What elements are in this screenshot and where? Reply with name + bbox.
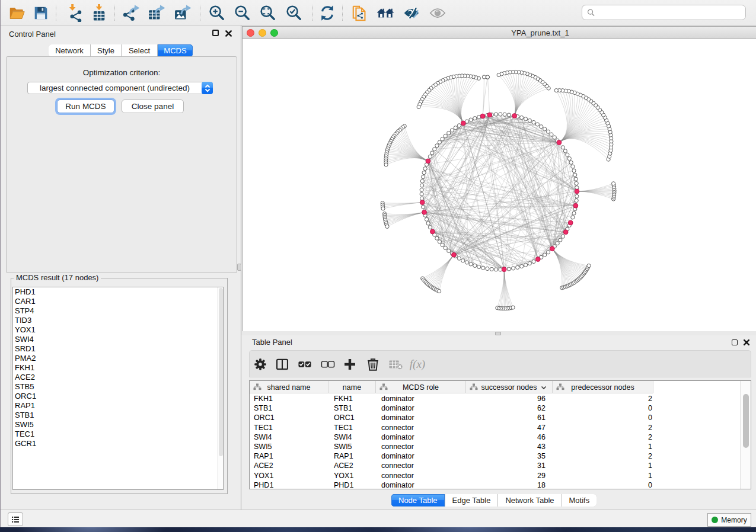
mcds-result-item[interactable]: SWI5 bbox=[13, 420, 223, 430]
mcds-result-item[interactable]: TID3 bbox=[13, 316, 223, 325]
save-session-button[interactable] bbox=[30, 2, 52, 24]
control-panel-float-icon[interactable] bbox=[212, 30, 219, 36]
table-row[interactable]: STB1STB1dominator620 bbox=[250, 403, 743, 413]
tab-mcds[interactable]: MCDS bbox=[158, 44, 193, 57]
memory-button[interactable]: Memory bbox=[707, 513, 751, 527]
network-window-titlebar[interactable]: YPA_prune.txt_1 bbox=[243, 27, 756, 39]
mcds-result-item[interactable]: GCR1 bbox=[13, 439, 223, 448]
export-image-button[interactable] bbox=[171, 2, 193, 24]
criterion-select[interactable]: largest connected component (undirected) bbox=[27, 82, 213, 94]
import-table-button[interactable] bbox=[88, 2, 110, 24]
column-label: name bbox=[343, 383, 361, 392]
search-box[interactable] bbox=[582, 5, 746, 20]
open-file-button[interactable] bbox=[5, 2, 28, 24]
mcds-result-item[interactable]: ACE2 bbox=[13, 373, 223, 382]
first-neighbors-button[interactable] bbox=[374, 2, 397, 24]
mcds-result-item[interactable]: RAP1 bbox=[13, 401, 223, 411]
panel-selector-button[interactable] bbox=[8, 512, 23, 526]
cell: FKH1 bbox=[334, 394, 353, 403]
delete-table-button bbox=[386, 355, 405, 374]
cell: 0 bbox=[560, 403, 652, 413]
table-panel-float-icon[interactable] bbox=[732, 339, 738, 345]
mcds-result-item[interactable]: PMA2 bbox=[13, 354, 223, 363]
mcds-result-item[interactable]: STB5 bbox=[13, 382, 223, 392]
mcds-result-item[interactable]: STP4 bbox=[13, 306, 223, 316]
table-row[interactable]: YOX1YOX1connector291 bbox=[250, 471, 743, 480]
mcds-result-item[interactable]: FKH1 bbox=[13, 363, 223, 373]
cell: connector bbox=[381, 471, 414, 480]
network-graph[interactable] bbox=[243, 39, 756, 331]
mcds-result-item[interactable]: TEC1 bbox=[13, 430, 223, 439]
column-header-successor-nodes[interactable]: successor nodes bbox=[466, 381, 553, 393]
column-header-predecessor-nodes[interactable]: predecessor nodes bbox=[553, 381, 653, 393]
cell: dominator bbox=[381, 413, 414, 422]
zoom-fit-icon bbox=[259, 4, 276, 22]
tab-network-table[interactable]: Network Table bbox=[498, 494, 562, 507]
cell: PHD1 bbox=[334, 480, 353, 490]
zoom-fit-button[interactable] bbox=[256, 2, 279, 24]
column-settings-button[interactable] bbox=[251, 355, 270, 374]
zoom-out-button[interactable] bbox=[231, 2, 253, 24]
import-table-icon bbox=[90, 4, 108, 22]
mcds-result-item[interactable]: SRD1 bbox=[13, 344, 223, 354]
eye-slash-icon bbox=[402, 4, 420, 22]
mcds-list-scrollbar[interactable] bbox=[218, 287, 223, 489]
select-all-button[interactable] bbox=[295, 355, 314, 374]
close-panel-button[interactable]: Close panel bbox=[122, 100, 184, 113]
search-input[interactable] bbox=[598, 8, 745, 17]
tab-select[interactable]: Select bbox=[122, 44, 158, 57]
show-all-button[interactable] bbox=[426, 2, 449, 24]
table-toolbar: f(x) bbox=[249, 350, 751, 377]
run-mcds-button[interactable]: Run MCDS bbox=[57, 100, 114, 113]
hide-selected-button[interactable] bbox=[400, 2, 422, 24]
table-row[interactable]: FKH1FKH1dominator962 bbox=[250, 394, 743, 403]
import-network-button[interactable] bbox=[62, 2, 85, 24]
table-panel-close-icon[interactable] bbox=[743, 339, 750, 346]
table-scrollbar[interactable] bbox=[740, 381, 751, 489]
toolbar-separator bbox=[312, 5, 313, 21]
deselect-all-button[interactable] bbox=[318, 355, 337, 374]
table-row[interactable]: TEC1TEC1connector472 bbox=[250, 423, 743, 432]
cell: 1 bbox=[560, 471, 652, 480]
mcds-result-item[interactable]: PHD1 bbox=[13, 287, 223, 297]
control-panel-close-icon[interactable] bbox=[225, 30, 232, 37]
add-column-button[interactable] bbox=[340, 355, 359, 374]
table-row[interactable]: PHD1PHD1dominator180 bbox=[250, 480, 743, 490]
mcds-result-list[interactable]: PHD1CAR1STP4TID3YOX1SWI4SRD1PMA2FKH1ACE2… bbox=[12, 287, 224, 490]
column-header-MCDS-role[interactable]: MCDS role bbox=[376, 381, 466, 393]
network-window: YPA_prune.txt_1 bbox=[242, 26, 756, 331]
table-row[interactable]: ACE2ACE2connector311 bbox=[250, 461, 743, 470]
tab-style[interactable]: Style bbox=[91, 44, 122, 57]
cell: STB1 bbox=[334, 403, 352, 413]
table-row[interactable]: RAP1RAP1dominator352 bbox=[250, 451, 743, 461]
vertical-splitter-grip[interactable] bbox=[237, 264, 241, 271]
table-row[interactable]: SWI4SWI4dominator462 bbox=[250, 432, 743, 442]
tab-motifs[interactable]: Motifs bbox=[562, 494, 597, 507]
tab-network[interactable]: Network bbox=[49, 44, 91, 57]
network-from-selection-button[interactable] bbox=[349, 2, 371, 24]
export-network-button[interactable] bbox=[119, 2, 142, 24]
export-table-button[interactable] bbox=[145, 2, 167, 24]
column-header-name[interactable]: name bbox=[328, 381, 376, 393]
network-canvas[interactable] bbox=[243, 39, 756, 331]
delete-column-button[interactable] bbox=[363, 355, 382, 374]
cell: SWI5 bbox=[254, 442, 272, 451]
mcds-result-item[interactable]: ORC1 bbox=[13, 392, 223, 401]
cell: 1 bbox=[560, 442, 652, 451]
zoom-selected-button[interactable] bbox=[282, 2, 305, 24]
zoom-in-button[interactable] bbox=[205, 2, 228, 24]
sort-indicator-icon bbox=[541, 385, 547, 390]
table-row[interactable]: SWI5SWI5connector431 bbox=[250, 442, 743, 451]
toggle-columns-button[interactable] bbox=[273, 355, 292, 374]
mcds-result-item[interactable]: YOX1 bbox=[13, 325, 223, 335]
tab-edge-table[interactable]: Edge Table bbox=[445, 494, 499, 507]
table-panel-title: Table Panel bbox=[252, 338, 292, 347]
tab-node-table[interactable]: Node Table bbox=[391, 494, 445, 507]
mcds-result-item[interactable]: CAR1 bbox=[13, 297, 223, 306]
apply-layout-button[interactable] bbox=[316, 2, 339, 24]
toolbar-separator bbox=[56, 5, 56, 21]
mcds-result-item[interactable]: STB1 bbox=[13, 411, 223, 420]
mcds-result-item[interactable]: SWI4 bbox=[13, 335, 223, 344]
table-row[interactable]: ORC1ORC1dominator610 bbox=[250, 413, 743, 422]
column-header-shared-name[interactable]: shared name bbox=[250, 381, 328, 393]
